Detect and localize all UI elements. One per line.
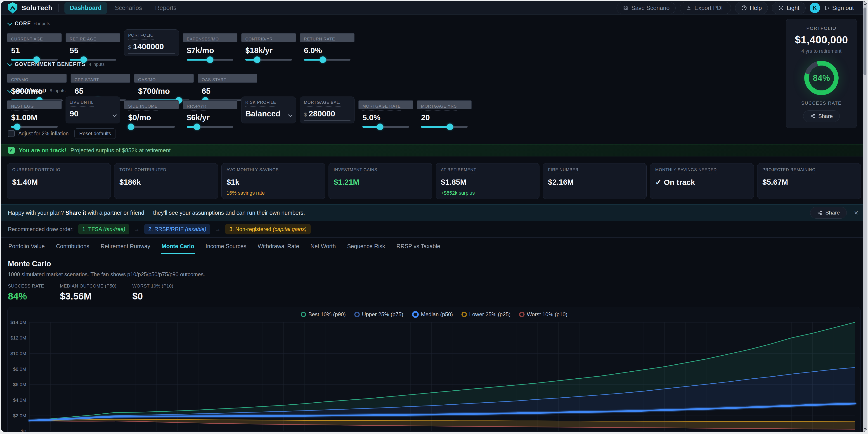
contrib-yr-value[interactable]: $18k/yr	[245, 46, 292, 55]
tab-sequence-risk[interactable]: Sequence Risk	[347, 239, 385, 254]
cpp-start-value[interactable]: 65	[74, 87, 126, 96]
monte-carlo-header: Monte Carlo 1000 simulated market scenar…	[1, 254, 867, 302]
chevron-down-icon	[7, 61, 12, 66]
rrsp-yr-slider[interactable]	[187, 126, 233, 128]
nest-egg-value[interactable]: $1.00M	[11, 113, 58, 122]
mortgage-yrs-slider[interactable]	[421, 126, 468, 128]
mortgage-rate-value[interactable]: 5.0%	[363, 113, 409, 122]
return-rate-value[interactable]: 6.0%	[304, 46, 350, 55]
tab-contributions[interactable]: Contributions	[56, 239, 90, 254]
input-card-oas-start: OAS START65	[197, 74, 257, 83]
help-button[interactable]: Help	[735, 2, 768, 14]
input-card-current-age: CURRENT AGE51	[7, 33, 62, 42]
cpp-mo-value[interactable]: $800/mo	[11, 87, 63, 96]
svg-text:$8.0M: $8.0M	[13, 366, 26, 372]
banner-title: You are on track!	[19, 147, 66, 154]
section-header-government-benefits[interactable]: GOVERNMENT BENEFITS4 inputs	[8, 61, 781, 67]
export-pdf-button[interactable]: Export PDF	[680, 2, 731, 14]
reset-defaults-button[interactable]: Reset defaults	[74, 128, 116, 139]
download-icon	[686, 5, 692, 11]
nav-tab-dashboard[interactable]: Dashboard	[64, 2, 107, 14]
scrollbar[interactable]	[863, 1, 867, 432]
save-scenario-button[interactable]: Save Scenario	[617, 2, 676, 14]
sun-icon	[778, 5, 784, 11]
slider-thumb[interactable]	[446, 124, 453, 130]
mortgage-yrs-value[interactable]: 20	[421, 113, 468, 122]
section-header-core[interactable]: CORE6 inputs	[8, 21, 781, 27]
side-income-slider[interactable]	[128, 126, 175, 128]
contrib-yr-slider[interactable]	[245, 59, 292, 61]
slider-thumb[interactable]	[80, 57, 87, 63]
monte-carlo-chart[interactable]: 2026202720282029203020312032203320342035…	[10, 320, 858, 432]
svg-text:$6.0M: $6.0M	[13, 382, 26, 387]
slider-thumb[interactable]	[194, 124, 200, 130]
slider-thumb[interactable]	[254, 57, 260, 63]
tab-net-worth[interactable]: Net Worth	[310, 239, 336, 254]
svg-text:$12.0M: $12.0M	[10, 335, 26, 340]
input-card-cpp-start: CPP START65	[70, 74, 130, 83]
share-button[interactable]: Share	[803, 110, 840, 122]
scroll-down-icon[interactable]	[864, 428, 866, 430]
current-age-slider[interactable]	[11, 59, 58, 61]
tab-withdrawal-rate[interactable]: Withdrawal Rate	[257, 239, 300, 254]
share-banner-button[interactable]: Share	[810, 207, 847, 219]
expenses-mo-slider[interactable]	[187, 59, 233, 61]
stat-card-total-contributed: TOTAL CONTRIBUTED$186k	[114, 163, 218, 199]
tab-income-sources[interactable]: Income Sources	[205, 239, 247, 254]
success-rate-ring: 84%	[804, 61, 839, 95]
help-icon	[741, 5, 747, 11]
slider-thumb[interactable]	[207, 57, 213, 63]
success-rate-label: SUCCESS RATE	[791, 101, 852, 106]
nav-tab-scenarios[interactable]: Scenarios	[110, 2, 147, 14]
input-card-oas-mo: OAS/MO$700/mo	[134, 74, 194, 83]
tab-rrsp-vs-taxable[interactable]: RRSP vs Taxable	[396, 239, 441, 254]
monte-carlo-title: Monte Carlo	[8, 259, 860, 268]
mortgage-bal-value[interactable]: $280000	[304, 109, 350, 121]
retire-age-slider[interactable]	[70, 59, 116, 61]
avatar[interactable]: K	[810, 3, 820, 13]
side-income-value[interactable]: $0/mo	[128, 113, 175, 122]
slider-thumb[interactable]	[128, 124, 134, 130]
draw-order-pill-2: 2. RRSP/RRIF (taxable)	[144, 224, 210, 235]
input-card-portfolio: PORTFOLIO$1400000	[124, 29, 179, 56]
inflation-checkbox[interactable]	[8, 130, 15, 137]
tab-portfolio-value[interactable]: Portfolio Value	[8, 239, 45, 254]
retire-age-value[interactable]: 55	[70, 46, 116, 55]
slider-thumb[interactable]	[14, 124, 20, 130]
draw-order-pills: 1. TFSA (tax-free)→2. RRSP/RRIF (taxable…	[78, 224, 311, 235]
share-callout-banner: Happy with your plan? Share it with a pa…	[1, 204, 867, 221]
svg-text:$4.0M: $4.0M	[13, 397, 26, 403]
tab-monte-carlo[interactable]: Monte Carlo	[161, 239, 195, 254]
rrsp-yr-value[interactable]: $6k/yr	[187, 113, 233, 122]
current-age-value[interactable]: 51	[11, 46, 58, 55]
nav-tab-reports[interactable]: Reports	[150, 2, 182, 14]
tab-retirement-runway[interactable]: Retirement Runway	[100, 239, 151, 254]
close-icon[interactable]: ×	[852, 209, 860, 216]
oas-mo-value[interactable]: $700/mo	[138, 87, 190, 96]
mortgage-rate-slider[interactable]	[363, 126, 409, 128]
return-rate-slider[interactable]	[304, 59, 350, 61]
sign-out-button[interactable]: Sign out	[824, 4, 854, 11]
risk-profile-value[interactable]: Balanced	[245, 109, 292, 118]
slider-thumb[interactable]	[377, 124, 383, 130]
nest-egg-slider[interactable]	[11, 126, 58, 128]
light-button[interactable]: Light	[772, 2, 805, 14]
options-row: Adjust for 2% inflationReset defaults	[8, 128, 781, 139]
inputs-column: CORE6 inputsCURRENT AGE51RETIRE AGE55POR…	[7, 19, 781, 140]
draw-order-row: Recommended draw order: 1. TFSA (tax-fre…	[1, 221, 867, 238]
scroll-up-icon[interactable]	[864, 3, 866, 5]
portfolio-value[interactable]: $1400000	[128, 42, 175, 54]
draw-order-label: Recommended draw order:	[8, 226, 74, 232]
legend-dot-icon	[301, 312, 306, 317]
live-until-value[interactable]: 90	[70, 109, 116, 118]
oas-start-value[interactable]: 65	[202, 87, 253, 96]
app-window: SoluTech DashboardScenariosReports Save …	[1, 1, 867, 432]
inflation-label: Adjust for 2% inflation	[18, 131, 68, 137]
share-icon	[810, 114, 815, 119]
chart-tabs: Portfolio ValueContributionsRetirement R…	[1, 239, 867, 254]
scrollbar-thumb[interactable]	[864, 7, 866, 75]
expenses-mo-value[interactable]: $7k/mo	[187, 46, 233, 55]
cards-core: CURRENT AGE51RETIRE AGE55PORTFOLIO$14000…	[7, 29, 781, 56]
slider-thumb[interactable]	[320, 57, 326, 63]
slider-thumb[interactable]	[33, 57, 40, 63]
